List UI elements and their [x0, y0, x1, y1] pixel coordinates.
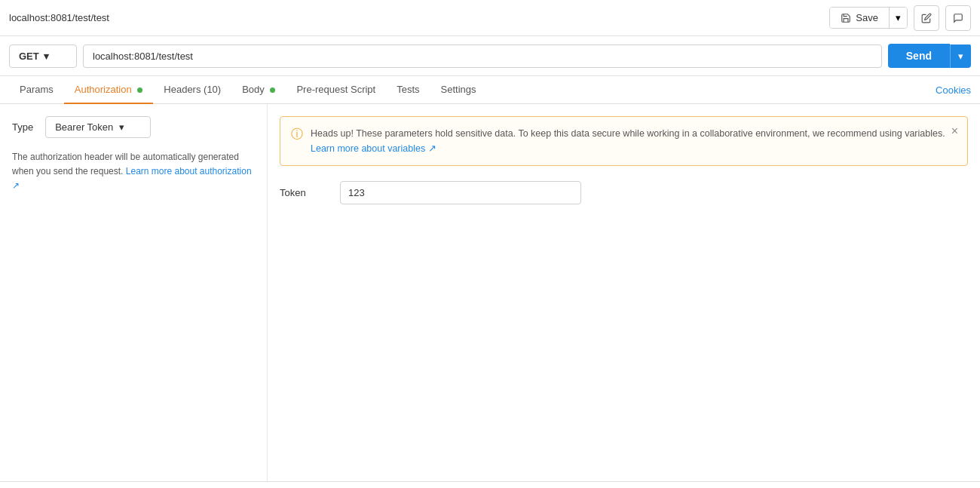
- tab-settings-label: Settings: [441, 84, 476, 95]
- tab-headers[interactable]: Headers (10): [153, 76, 231, 104]
- auth-right-panel: ⓘ Heads up! These parameters hold sensit…: [268, 104, 980, 481]
- tab-params[interactable]: Params: [9, 76, 64, 104]
- url-input-container: [83, 45, 882, 68]
- alert-close-button[interactable]: ×: [951, 124, 958, 138]
- method-value: GET: [19, 51, 39, 62]
- top-bar: localhost:8081/test/test Save ▾: [0, 0, 980, 36]
- tab-tests[interactable]: Tests: [386, 76, 430, 104]
- url-bar: GET ▾ Send ▾: [0, 36, 980, 76]
- type-select-caret: ▾: [119, 121, 124, 133]
- response-tab-cookies[interactable]: Cookies: [50, 482, 103, 488]
- auth-left-panel: Type Bearer Token ▾ The authorization he…: [0, 104, 268, 481]
- comment-button[interactable]: [945, 5, 971, 31]
- type-row: Type Bearer Token ▾: [12, 116, 255, 138]
- alert-text: Heads up! These parameters hold sensitiv…: [311, 126, 957, 156]
- window-title: localhost:8081/test/test: [9, 12, 109, 23]
- save-button[interactable]: Save: [830, 8, 889, 28]
- token-input[interactable]: [340, 181, 581, 204]
- tab-tests-label: Tests: [397, 84, 419, 95]
- tab-prerequest-label: Pre-request Script: [296, 84, 375, 95]
- edit-button[interactable]: [914, 5, 939, 31]
- tab-settings[interactable]: Settings: [430, 76, 487, 104]
- body-dot: [270, 87, 275, 93]
- response-area: Body Cookies Headers (5) Test Results St…: [0, 481, 980, 488]
- send-button-group: Send ▾: [888, 44, 971, 68]
- response-tab-headers[interactable]: Headers (5): [103, 482, 173, 488]
- response-tabs-bar: Body Cookies Headers (5) Test Results St…: [0, 482, 980, 488]
- authorization-dot: [137, 87, 142, 93]
- auth-help-text: The authorization header will be automat…: [12, 150, 255, 194]
- response-tab-test-results[interactable]: Test Results: [173, 482, 244, 488]
- main-content: Type Bearer Token ▾ The authorization he…: [0, 104, 980, 481]
- send-caret-button[interactable]: ▾: [950, 45, 971, 68]
- type-select[interactable]: Bearer Token ▾: [45, 116, 151, 138]
- response-tab-body[interactable]: Body: [9, 482, 50, 488]
- cookies-link[interactable]: Cookies: [936, 77, 971, 103]
- save-icon: [841, 13, 851, 23]
- token-label: Token: [280, 187, 325, 198]
- type-select-value: Bearer Token: [55, 121, 113, 133]
- type-label: Type: [12, 121, 33, 133]
- tab-prerequest[interactable]: Pre-request Script: [286, 76, 386, 104]
- url-input[interactable]: [83, 45, 882, 68]
- save-caret-button[interactable]: ▾: [889, 8, 907, 28]
- send-button[interactable]: Send: [888, 44, 950, 68]
- top-bar-actions: Save ▾: [829, 5, 971, 31]
- tab-authorization[interactable]: Authorization: [64, 76, 154, 104]
- method-select[interactable]: GET ▾: [9, 45, 77, 68]
- save-button-group: Save ▾: [829, 7, 908, 29]
- method-caret-icon: ▾: [44, 51, 49, 62]
- comment-icon: [953, 13, 963, 23]
- request-tabs-bar: Params Authorization Headers (10) Body P…: [0, 76, 980, 104]
- tab-body-label: Body: [242, 84, 265, 95]
- alert-learn-more-link[interactable]: Learn more about variables ↗: [311, 143, 436, 154]
- tab-authorization-label: Authorization: [75, 84, 132, 95]
- tab-headers-label: Headers (10): [164, 84, 221, 95]
- alert-box: ⓘ Heads up! These parameters hold sensit…: [280, 116, 968, 166]
- token-row: Token: [280, 181, 968, 204]
- tab-body[interactable]: Body: [231, 76, 286, 104]
- edit-icon: [921, 13, 932, 23]
- tab-params-label: Params: [20, 84, 54, 95]
- alert-icon: ⓘ: [291, 127, 303, 143]
- save-label: Save: [856, 12, 878, 23]
